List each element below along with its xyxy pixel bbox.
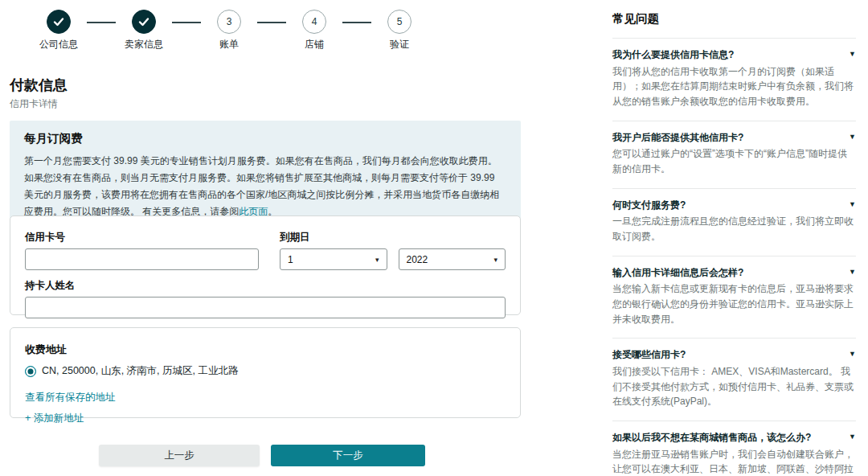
- faq-question[interactable]: 接受哪些信用卡? ▼: [612, 348, 856, 362]
- faq-question[interactable]: 何时支付服务费? ▼: [612, 199, 856, 212]
- expiry-year-select[interactable]: 2022 ▾: [399, 248, 506, 270]
- billing-address-text: CN, 250000, 山东, 济南市, 历城区, 工业北路: [42, 364, 239, 378]
- stepper-connector: [257, 22, 286, 23]
- step-complete-icon: [132, 10, 156, 34]
- faq-question-text: 何时支付服务费?: [612, 199, 686, 212]
- faq-answer: 我们将从您的信用卡收取第一个月的订阅费（如果适用）；如果您在结算周期结束时账户中…: [612, 64, 856, 109]
- expiry-label: 到期日: [280, 231, 506, 244]
- faq-sidebar: 常见问题 我为什么要提供信用卡信息? ▼ 我们将从您的信用卡收取第一个月的订阅费…: [612, 11, 856, 476]
- credit-card-panel: 信用卡号 到期日 1 ▾ 2022 ▾ 持卡人姓名: [10, 215, 521, 315]
- step-label: 验证: [380, 39, 419, 51]
- faq-answer: 当您输入新卡信息或更新现有卡的信息后，亚马逊将要求您的银行确认您的身份并验证您的…: [612, 281, 856, 326]
- faq-question[interactable]: 输入信用卡详细信息后会怎样? ▼: [612, 266, 856, 280]
- card-holder-label: 持卡人姓名: [25, 279, 506, 293]
- step-billing[interactable]: 3 账单: [201, 10, 257, 51]
- faq-item: 输入信用卡详细信息后会怎样? ▼ 当您输入新卡信息或更新现有卡的信息后，亚马逊将…: [612, 256, 856, 339]
- fee-box-body: 第一个月您需要支付 39.99 美元的专业销售计划月服务费。如果您有在售商品，我…: [24, 153, 506, 220]
- step-number: 4: [302, 10, 326, 34]
- stepper-connector: [342, 22, 371, 23]
- page-title: 付款信息: [10, 76, 68, 95]
- expiry-month-select[interactable]: 1 ▾: [280, 248, 387, 270]
- billing-address-option[interactable]: CN, 250000, 山东, 济南市, 历城区, 工业北路: [25, 364, 506, 378]
- view-saved-addresses-link[interactable]: 查看所有保存的地址: [25, 391, 506, 404]
- faq-answer: 您可以通过账户的“设置”选项卡下的“账户信息”随时提供新的信用卡。: [612, 146, 856, 176]
- chevron-down-icon[interactable]: ▼: [849, 200, 856, 208]
- step-complete-icon: [47, 10, 71, 34]
- faq-title: 常见问题: [612, 11, 856, 27]
- step-number: 3: [217, 10, 241, 34]
- stepper-connector: [87, 22, 116, 23]
- faq-question[interactable]: 我为什么要提供信用卡信息? ▼: [612, 48, 856, 62]
- faq-answer: 我们接受以下信用卡： AMEX、VISA和Mastercard。 我们不接受其他…: [612, 364, 856, 409]
- add-new-address-link[interactable]: + 添加新地址: [25, 412, 506, 425]
- chevron-down-icon[interactable]: ▼: [849, 133, 856, 141]
- card-number-input[interactable]: [25, 248, 259, 270]
- next-step-button[interactable]: 下一步: [271, 445, 425, 466]
- step-store[interactable]: 4 店铺: [286, 10, 342, 51]
- chevron-down-icon: ▾: [375, 256, 379, 264]
- faq-answer: 一旦您完成注册流程且您的信息经过验证，我们将立即收取订阅费。: [612, 214, 856, 244]
- faq-item: 接受哪些信用卡? ▼ 我们接受以下信用卡： AMEX、VISA和Masterca…: [612, 339, 856, 421]
- step-label: 公司信息: [39, 39, 78, 51]
- faq-question-text: 输入信用卡详细信息后会怎样?: [612, 266, 743, 280]
- card-number-label: 信用卡号: [25, 231, 259, 244]
- chevron-down-icon[interactable]: ▼: [849, 268, 856, 276]
- step-label: 卖家信息: [125, 39, 163, 51]
- expiry-month-value: 1: [288, 254, 293, 265]
- faq-item: 我为什么要提供信用卡信息? ▼ 我们将从您的信用卡收取第一个月的订阅费（如果适用…: [612, 39, 856, 121]
- card-holder-input[interactable]: [25, 297, 506, 318]
- faq-question[interactable]: 我开户后能否提供其他信用卡? ▼: [612, 131, 856, 145]
- faq-question-text: 我为什么要提供信用卡信息?: [612, 48, 734, 62]
- previous-step-button[interactable]: 上一步: [99, 445, 260, 466]
- step-number: 5: [387, 10, 411, 34]
- chevron-down-icon[interactable]: ▼: [849, 50, 856, 58]
- faq-question-text: 如果以后我不想在某商城销售商品，该怎么办?: [612, 431, 811, 445]
- billing-address-panel: 收费地址 CN, 250000, 山东, 济南市, 历城区, 工业北路 查看所有…: [10, 327, 521, 418]
- faq-question-text: 我开户后能否提供其他信用卡?: [612, 131, 743, 145]
- stepper-connector: [172, 22, 201, 23]
- fee-box-title: 每月订阅费: [24, 131, 506, 146]
- faq-question-text: 接受哪些信用卡?: [612, 348, 686, 362]
- billing-address-title: 收费地址: [25, 343, 506, 357]
- chevron-down-icon: ▾: [493, 256, 497, 264]
- step-label: 店铺: [295, 39, 334, 51]
- faq-answer: 当您注册亚马逊销售账户时，我们会自动创建联合账户，让您可以在澳大利亚、日本、新加…: [612, 447, 856, 476]
- step-seller-info[interactable]: 卖家信息: [116, 10, 172, 51]
- step-company-info[interactable]: 公司信息: [31, 10, 87, 51]
- page-subtitle: 信用卡详情: [10, 97, 58, 111]
- expiry-year-value: 2022: [407, 254, 428, 265]
- step-label: 账单: [210, 39, 248, 51]
- faq-item: 何时支付服务费? ▼ 一旦您完成注册流程且您的信息经过验证，我们将立即收取订阅费…: [612, 189, 856, 256]
- radio-selected-icon[interactable]: [25, 366, 36, 377]
- chevron-down-icon[interactable]: ▼: [849, 350, 856, 358]
- faq-item: 我开户后能否提供其他信用卡? ▼ 您可以通过账户的“设置”选项卡下的“账户信息”…: [612, 121, 856, 188]
- faq-item: 如果以后我不想在某商城销售商品，该怎么办? ▼ 当您注册亚马逊销售账户时，我们会…: [612, 421, 856, 476]
- chevron-down-icon[interactable]: ▼: [849, 433, 856, 441]
- faq-question[interactable]: 如果以后我不想在某商城销售商品，该怎么办? ▼: [612, 431, 856, 445]
- step-verification[interactable]: 5 验证: [371, 10, 428, 51]
- registration-stepper: 公司信息 卖家信息 3 账单 4 店铺 5 验证: [31, 10, 428, 51]
